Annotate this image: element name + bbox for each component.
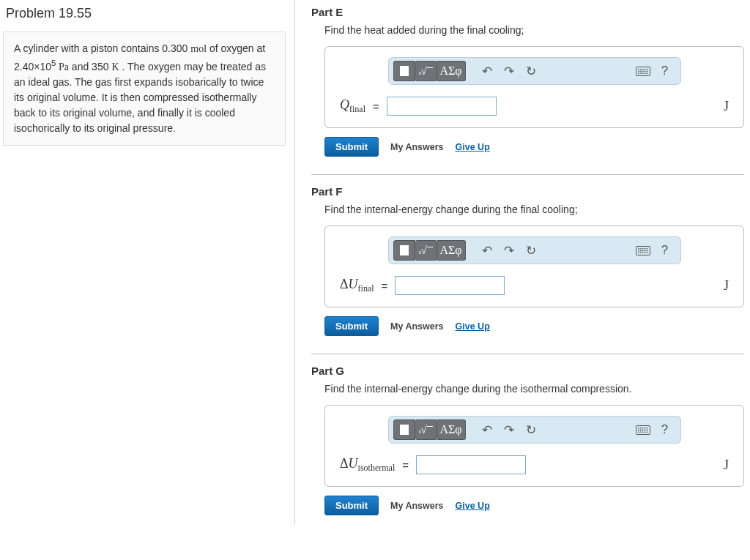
keyboard-icon[interactable]	[632, 419, 654, 440]
help-icon[interactable]: ?	[654, 240, 676, 261]
answer-variable: ΔUfinal	[340, 277, 374, 294]
keyboard-icon[interactable]	[632, 61, 654, 81]
my-answers-link[interactable]: My Answers	[390, 501, 443, 511]
equals-sign: =	[401, 459, 410, 471]
undo-icon[interactable]: ↶	[476, 61, 498, 81]
help-icon[interactable]: ?	[654, 61, 676, 81]
redo-icon[interactable]: ↷	[498, 240, 520, 261]
problem-statement: A cylinder with a piston contains 0.300 …	[3, 31, 286, 146]
equals-sign: =	[380, 280, 390, 292]
answer-unit: J	[724, 99, 729, 114]
answer-unit: J	[724, 458, 729, 473]
unit-pa: Pa	[56, 61, 69, 72]
answer-row: Qfinal = J	[338, 95, 730, 117]
problem-text: A cylinder with a piston contains 0.300	[14, 42, 190, 54]
give-up-link[interactable]: Give Up	[456, 321, 490, 332]
answer-box: x√ ΑΣφ ↶ ↷ ↻ ? ΔUisoth	[324, 405, 744, 487]
part-F: Part F Find the internal-energy change d…	[311, 174, 744, 336]
part-actions: Submit My Answers Give Up	[324, 137, 744, 157]
part-header: Part G	[311, 365, 744, 377]
submit-button[interactable]: Submit	[324, 137, 379, 157]
unit-kelvin: K	[111, 61, 119, 72]
redo-icon[interactable]: ↷	[498, 61, 520, 81]
answer-row: ΔUisothermal = J	[338, 454, 730, 476]
keyboard-icon[interactable]	[632, 240, 654, 261]
radical-icon[interactable]: x√	[415, 61, 437, 81]
give-up-link[interactable]: Give Up	[456, 142, 490, 152]
answer-input[interactable]	[387, 97, 497, 116]
greek-icon[interactable]: ΑΣφ	[437, 419, 466, 440]
parts-panel: Part E Find the heat added during the fi…	[295, 0, 750, 524]
part-header: Part E	[311, 6, 744, 18]
part-prompt: Find the internal-energy change during t…	[324, 204, 744, 215]
answer-variable: ΔUisothermal	[340, 456, 395, 474]
submit-button[interactable]: Submit	[324, 316, 379, 336]
undo-icon[interactable]: ↶	[476, 419, 498, 440]
answer-input[interactable]	[416, 455, 526, 474]
problem-text: . The oxygen may be treated as an ideal …	[14, 61, 266, 134]
part-G: Part G Find the internal-energy change d…	[311, 354, 744, 515]
give-up-link[interactable]: Give Up	[456, 501, 490, 511]
answer-box: x√ ΑΣφ ↶ ↷ ↻ ? Qfinal	[324, 46, 744, 128]
unit-mol: mol	[190, 43, 207, 54]
equation-toolbar: x√ ΑΣφ ↶ ↷ ↻ ?	[388, 416, 681, 444]
part-prompt: Find the internal-energy change during t…	[324, 383, 744, 395]
part-actions: Submit My Answers Give Up	[324, 316, 744, 336]
answer-row: ΔUfinal = J	[338, 275, 730, 296]
template-icon[interactable]	[393, 240, 415, 261]
submit-button[interactable]: Submit	[324, 496, 379, 515]
part-prompt: Find the heat added during the final coo…	[324, 24, 744, 36]
help-icon[interactable]: ?	[654, 419, 676, 440]
equation-toolbar: x√ ΑΣφ ↶ ↷ ↻ ?	[388, 57, 681, 85]
equals-sign: =	[371, 100, 381, 113]
redo-icon[interactable]: ↷	[498, 419, 520, 440]
template-icon[interactable]	[393, 61, 415, 81]
answer-input[interactable]	[395, 276, 505, 295]
problem-text: and 350	[69, 61, 111, 72]
answer-unit: J	[724, 278, 729, 294]
template-icon[interactable]	[393, 419, 415, 440]
part-E: Part E Find the heat added during the fi…	[311, 0, 744, 157]
greek-icon[interactable]: ΑΣφ	[437, 240, 466, 261]
radical-icon[interactable]: x√	[415, 240, 437, 261]
equation-toolbar: x√ ΑΣφ ↶ ↷ ↻ ?	[388, 236, 681, 264]
undo-icon[interactable]: ↶	[476, 240, 498, 261]
answer-box: x√ ΑΣφ ↶ ↷ ↻ ? ΔUfinal	[324, 225, 744, 307]
part-header: Part F	[311, 185, 744, 198]
reset-icon[interactable]: ↻	[520, 419, 542, 440]
part-actions: Submit My Answers Give Up	[324, 496, 744, 515]
my-answers-link[interactable]: My Answers	[390, 321, 443, 332]
reset-icon[interactable]: ↻	[520, 61, 542, 81]
problem-panel: Problem 19.55 A cylinder with a piston c…	[0, 0, 295, 524]
problem-title: Problem 19.55	[6, 6, 286, 21]
my-answers-link[interactable]: My Answers	[390, 142, 443, 152]
reset-icon[interactable]: ↻	[520, 240, 542, 261]
radical-icon[interactable]: x√	[415, 419, 437, 440]
greek-icon[interactable]: ΑΣφ	[437, 61, 466, 81]
answer-variable: Qfinal	[340, 97, 365, 115]
